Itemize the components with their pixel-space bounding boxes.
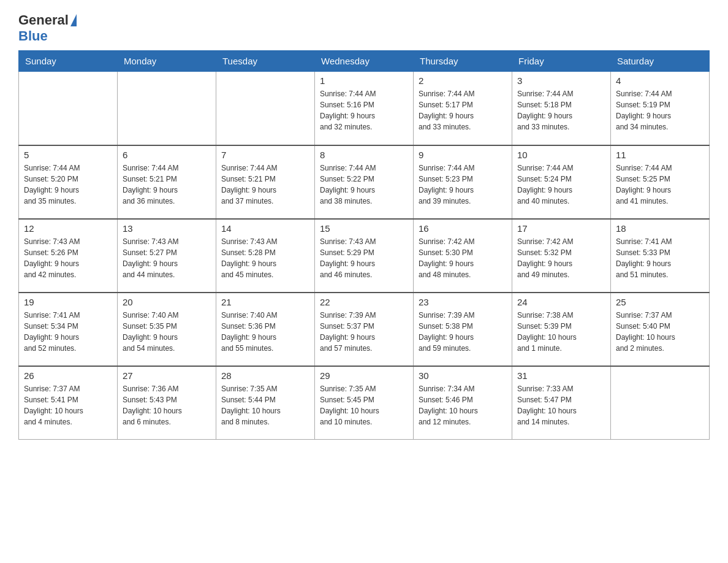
- calendar-week-row: 1Sunrise: 7:44 AM Sunset: 5:16 PM Daylig…: [19, 72, 710, 145]
- day-number: 26: [24, 370, 112, 381]
- logo-blue-text: Blue: [18, 28, 48, 44]
- day-number: 29: [320, 370, 408, 381]
- calendar-cell: 3Sunrise: 7:44 AM Sunset: 5:18 PM Daylig…: [512, 72, 611, 145]
- calendar-cell: 20Sunrise: 7:40 AM Sunset: 5:35 PM Dayli…: [118, 293, 216, 366]
- day-info: Sunrise: 7:39 AM Sunset: 5:38 PM Dayligh…: [419, 310, 507, 354]
- calendar-cell: [118, 72, 216, 145]
- day-of-week-header: Saturday: [611, 51, 710, 72]
- calendar-cell: 6Sunrise: 7:44 AM Sunset: 5:21 PM Daylig…: [118, 145, 216, 219]
- day-number: 7: [221, 150, 309, 160]
- calendar-cell: 1Sunrise: 7:44 AM Sunset: 5:16 PM Daylig…: [315, 72, 414, 145]
- day-info: Sunrise: 7:33 AM Sunset: 5:47 PM Dayligh…: [517, 383, 605, 427]
- calendar-cell: 27Sunrise: 7:36 AM Sunset: 5:43 PM Dayli…: [118, 366, 216, 440]
- calendar-cell: 8Sunrise: 7:44 AM Sunset: 5:22 PM Daylig…: [315, 145, 414, 219]
- day-info: Sunrise: 7:43 AM Sunset: 5:28 PM Dayligh…: [221, 236, 309, 280]
- calendar-cell: 19Sunrise: 7:41 AM Sunset: 5:34 PM Dayli…: [19, 293, 118, 366]
- day-info: Sunrise: 7:43 AM Sunset: 5:29 PM Dayligh…: [320, 236, 408, 280]
- day-number: 3: [517, 75, 605, 86]
- day-number: 21: [221, 297, 309, 307]
- day-info: Sunrise: 7:41 AM Sunset: 5:33 PM Dayligh…: [616, 236, 704, 280]
- day-number: 20: [123, 297, 211, 307]
- day-of-week-header: Thursday: [414, 51, 512, 72]
- calendar-cell: 2Sunrise: 7:44 AM Sunset: 5:17 PM Daylig…: [414, 72, 512, 145]
- calendar-week-row: 5Sunrise: 7:44 AM Sunset: 5:20 PM Daylig…: [19, 145, 710, 219]
- day-number: 17: [517, 223, 605, 234]
- day-info: Sunrise: 7:40 AM Sunset: 5:36 PM Dayligh…: [221, 310, 309, 354]
- day-info: Sunrise: 7:44 AM Sunset: 5:24 PM Dayligh…: [517, 163, 605, 207]
- day-info: Sunrise: 7:34 AM Sunset: 5:46 PM Dayligh…: [419, 383, 507, 427]
- day-number: 27: [123, 370, 211, 381]
- day-info: Sunrise: 7:44 AM Sunset: 5:19 PM Dayligh…: [616, 88, 704, 132]
- calendar-cell: 25Sunrise: 7:37 AM Sunset: 5:40 PM Dayli…: [611, 293, 710, 366]
- day-number: 31: [517, 370, 605, 381]
- day-info: Sunrise: 7:37 AM Sunset: 5:41 PM Dayligh…: [24, 383, 112, 427]
- calendar-week-row: 12Sunrise: 7:43 AM Sunset: 5:26 PM Dayli…: [19, 219, 710, 293]
- day-number: 19: [24, 297, 112, 307]
- day-of-week-header: Friday: [512, 51, 611, 72]
- calendar-cell: 5Sunrise: 7:44 AM Sunset: 5:20 PM Daylig…: [19, 145, 118, 219]
- calendar-cell: [19, 72, 118, 145]
- calendar-table: SundayMondayTuesdayWednesdayThursdayFrid…: [18, 50, 710, 440]
- day-number: 14: [221, 223, 309, 234]
- calendar-cell: 17Sunrise: 7:42 AM Sunset: 5:32 PM Dayli…: [512, 219, 611, 293]
- day-number: 15: [320, 223, 408, 234]
- calendar-cell: [216, 72, 315, 145]
- logo-triangle-icon: [70, 14, 77, 26]
- day-number: 10: [517, 150, 605, 160]
- day-number: 16: [419, 223, 507, 234]
- calendar-cell: 23Sunrise: 7:39 AM Sunset: 5:38 PM Dayli…: [414, 293, 512, 366]
- day-info: Sunrise: 7:44 AM Sunset: 5:21 PM Dayligh…: [123, 163, 211, 207]
- calendar-cell: 22Sunrise: 7:39 AM Sunset: 5:37 PM Dayli…: [315, 293, 414, 366]
- day-info: Sunrise: 7:36 AM Sunset: 5:43 PM Dayligh…: [123, 383, 211, 427]
- logo: GeneralBlue: [18, 12, 77, 44]
- day-number: 9: [419, 150, 507, 160]
- logo-general-text: General: [18, 12, 69, 28]
- day-info: Sunrise: 7:44 AM Sunset: 5:21 PM Dayligh…: [221, 163, 309, 207]
- day-number: 12: [24, 223, 112, 234]
- calendar-week-row: 19Sunrise: 7:41 AM Sunset: 5:34 PM Dayli…: [19, 293, 710, 366]
- day-number: 30: [419, 370, 507, 381]
- day-number: 6: [123, 150, 211, 160]
- day-number: 18: [616, 223, 704, 234]
- calendar-cell: 7Sunrise: 7:44 AM Sunset: 5:21 PM Daylig…: [216, 145, 315, 219]
- day-info: Sunrise: 7:43 AM Sunset: 5:26 PM Dayligh…: [24, 236, 112, 280]
- page-header: GeneralBlue: [18, 12, 710, 44]
- day-number: 24: [517, 297, 605, 307]
- calendar-cell: 4Sunrise: 7:44 AM Sunset: 5:19 PM Daylig…: [611, 72, 710, 145]
- calendar-cell: 24Sunrise: 7:38 AM Sunset: 5:39 PM Dayli…: [512, 293, 611, 366]
- day-number: 11: [616, 150, 704, 160]
- day-of-week-header: Sunday: [19, 51, 118, 72]
- day-number: 2: [419, 75, 507, 86]
- day-info: Sunrise: 7:44 AM Sunset: 5:25 PM Dayligh…: [616, 163, 704, 207]
- calendar-cell: 21Sunrise: 7:40 AM Sunset: 5:36 PM Dayli…: [216, 293, 315, 366]
- day-number: 22: [320, 297, 408, 307]
- day-info: Sunrise: 7:37 AM Sunset: 5:40 PM Dayligh…: [616, 310, 704, 354]
- day-number: 5: [24, 150, 112, 160]
- day-of-week-header: Wednesday: [315, 51, 414, 72]
- day-info: Sunrise: 7:39 AM Sunset: 5:37 PM Dayligh…: [320, 310, 408, 354]
- day-number: 28: [221, 370, 309, 381]
- day-info: Sunrise: 7:40 AM Sunset: 5:35 PM Dayligh…: [123, 310, 211, 354]
- calendar-cell: 10Sunrise: 7:44 AM Sunset: 5:24 PM Dayli…: [512, 145, 611, 219]
- calendar-cell: 16Sunrise: 7:42 AM Sunset: 5:30 PM Dayli…: [414, 219, 512, 293]
- calendar-cell: 15Sunrise: 7:43 AM Sunset: 5:29 PM Dayli…: [315, 219, 414, 293]
- calendar-cell: 29Sunrise: 7:35 AM Sunset: 5:45 PM Dayli…: [315, 366, 414, 440]
- day-info: Sunrise: 7:44 AM Sunset: 5:16 PM Dayligh…: [320, 88, 408, 132]
- calendar-header-row: SundayMondayTuesdayWednesdayThursdayFrid…: [19, 51, 710, 72]
- day-info: Sunrise: 7:44 AM Sunset: 5:22 PM Dayligh…: [320, 163, 408, 207]
- calendar-cell: 31Sunrise: 7:33 AM Sunset: 5:47 PM Dayli…: [512, 366, 611, 440]
- day-info: Sunrise: 7:35 AM Sunset: 5:44 PM Dayligh…: [221, 383, 309, 427]
- day-of-week-header: Monday: [118, 51, 216, 72]
- day-number: 4: [616, 75, 704, 86]
- calendar-cell: [611, 366, 710, 440]
- day-info: Sunrise: 7:44 AM Sunset: 5:23 PM Dayligh…: [419, 163, 507, 207]
- calendar-cell: 9Sunrise: 7:44 AM Sunset: 5:23 PM Daylig…: [414, 145, 512, 219]
- day-info: Sunrise: 7:35 AM Sunset: 5:45 PM Dayligh…: [320, 383, 408, 427]
- day-info: Sunrise: 7:44 AM Sunset: 5:18 PM Dayligh…: [517, 88, 605, 132]
- calendar-cell: 12Sunrise: 7:43 AM Sunset: 5:26 PM Dayli…: [19, 219, 118, 293]
- calendar-cell: 18Sunrise: 7:41 AM Sunset: 5:33 PM Dayli…: [611, 219, 710, 293]
- day-number: 13: [123, 223, 211, 234]
- day-info: Sunrise: 7:44 AM Sunset: 5:20 PM Dayligh…: [24, 163, 112, 207]
- day-info: Sunrise: 7:42 AM Sunset: 5:30 PM Dayligh…: [419, 236, 507, 280]
- day-number: 8: [320, 150, 408, 160]
